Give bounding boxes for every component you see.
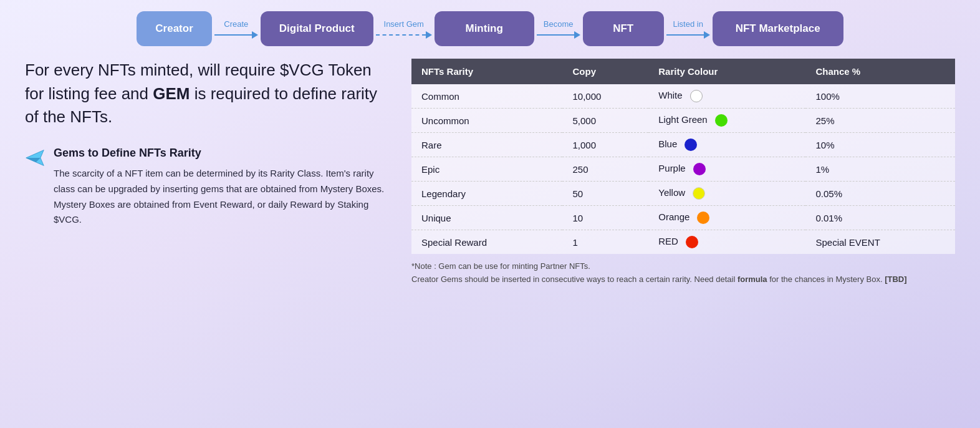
cell-copy: 250 bbox=[562, 157, 648, 182]
gems-content: Gems to Define NFTs Rarity The scarcity … bbox=[54, 147, 387, 228]
gem-icon bbox=[25, 148, 45, 168]
gems-section: Gems to Define NFTs Rarity The scarcity … bbox=[25, 147, 387, 228]
cell-rarity: Special Reward bbox=[411, 230, 562, 255]
col-header-nfts-rarity: NFTs Rarity bbox=[411, 59, 562, 84]
flow-node-nft: NFT bbox=[583, 11, 664, 46]
flow-line-create bbox=[214, 31, 258, 39]
flow-line-listed-in bbox=[666, 31, 710, 39]
cell-color: White bbox=[648, 84, 805, 109]
cell-rarity: Uncommon bbox=[411, 109, 562, 133]
note-line2: Creator Gems should be inserted in conse… bbox=[411, 273, 955, 286]
cell-chance: 100% bbox=[805, 84, 955, 109]
flow-node-digital-product: Digital Product bbox=[261, 11, 373, 46]
table-header-row: NFTs Rarity Copy Rarity Colour Chance % bbox=[411, 59, 955, 84]
color-dot bbox=[697, 212, 709, 224]
cell-chance: 0.01% bbox=[805, 206, 955, 230]
col-header-rarity-colour: Rarity Colour bbox=[648, 59, 805, 84]
color-dot bbox=[690, 90, 703, 102]
cell-copy: 1 bbox=[562, 230, 648, 255]
col-header-copy: Copy bbox=[562, 59, 648, 84]
color-dot bbox=[685, 139, 697, 151]
cell-copy: 5,000 bbox=[562, 109, 648, 133]
cell-chance: Special EVENT bbox=[805, 230, 955, 255]
gems-heading: Gems to Define NFTs Rarity bbox=[54, 147, 387, 160]
col-header-chance: Chance % bbox=[805, 59, 955, 84]
cell-copy: 50 bbox=[562, 182, 648, 206]
cell-color: Blue bbox=[648, 133, 805, 157]
flow-arrow-create: Create bbox=[214, 19, 258, 39]
cell-rarity: Unique bbox=[411, 206, 562, 230]
cell-copy: 1,000 bbox=[562, 133, 648, 157]
color-dot bbox=[693, 163, 706, 175]
flow-line-insert-gem bbox=[376, 31, 432, 39]
cell-chance: 0.05% bbox=[805, 182, 955, 206]
table-row: Legendary 50 Yellow 0.05% bbox=[411, 182, 955, 206]
cell-copy: 10 bbox=[562, 206, 648, 230]
cell-rarity: Epic bbox=[411, 157, 562, 182]
rarity-table: NFTs Rarity Copy Rarity Colour Chance % … bbox=[411, 59, 955, 254]
intro-paragraph: For every NFTs minted, will require $VCG… bbox=[25, 59, 387, 129]
color-dot bbox=[686, 236, 698, 248]
main-content: For every NFTs minted, will require $VCG… bbox=[0, 52, 980, 299]
cell-color: Yellow bbox=[648, 182, 805, 206]
table-row: Common 10,000 White 100% bbox=[411, 84, 955, 109]
cell-chance: 25% bbox=[805, 109, 955, 133]
cell-copy: 10,000 bbox=[562, 84, 648, 109]
table-note: *Note : Gem can be use for minting Partn… bbox=[411, 260, 955, 286]
cell-rarity: Rare bbox=[411, 133, 562, 157]
right-panel: NFTs Rarity Copy Rarity Colour Chance % … bbox=[411, 59, 955, 286]
intro-bold-gem: GEM bbox=[153, 84, 190, 103]
flow-label-insert-gem: Insert Gem bbox=[384, 19, 424, 29]
flow-node-creator: Creator bbox=[137, 11, 211, 46]
cell-color: Purple bbox=[648, 157, 805, 182]
note-tbd: [TBD] bbox=[885, 275, 906, 284]
cell-chance: 10% bbox=[805, 133, 955, 157]
flow-arrow-listed-in: Listed in bbox=[666, 19, 710, 39]
flow-node-nft-marketplace: NFT Marketplace bbox=[713, 11, 843, 46]
note-bold-formula: formula bbox=[737, 275, 767, 284]
flow-label-become: Become bbox=[544, 19, 574, 29]
flow-label-create: Create bbox=[224, 19, 248, 29]
color-dot bbox=[693, 187, 705, 200]
cell-color: Light Green bbox=[648, 109, 805, 133]
table-row: Uncommon 5,000 Light Green 25% bbox=[411, 109, 955, 133]
note-line1: *Note : Gem can be use for minting Partn… bbox=[411, 260, 955, 273]
flow-node-minting: Minting bbox=[435, 11, 534, 46]
cell-rarity: Legendary bbox=[411, 182, 562, 206]
color-dot bbox=[715, 114, 728, 127]
cell-rarity: Common bbox=[411, 84, 562, 109]
table-row: Epic 250 Purple 1% bbox=[411, 157, 955, 182]
gems-body: The scarcity of a NFT item can be determ… bbox=[54, 166, 387, 228]
flow-diagram: Creator Create Digital Product Insert Ge… bbox=[0, 0, 980, 52]
cell-color: RED bbox=[648, 230, 805, 255]
table-row: Rare 1,000 Blue 10% bbox=[411, 133, 955, 157]
flow-arrow-become: Become bbox=[537, 19, 580, 39]
table-row: Special Reward 1 RED Special EVENT bbox=[411, 230, 955, 255]
flow-arrow-insert-gem: Insert Gem bbox=[376, 19, 432, 39]
flow-label-listed-in: Listed in bbox=[673, 19, 703, 29]
cell-color: Orange bbox=[648, 206, 805, 230]
flow-line-become bbox=[537, 31, 580, 39]
left-panel: For every NFTs minted, will require $VCG… bbox=[25, 59, 387, 286]
cell-chance: 1% bbox=[805, 157, 955, 182]
table-row: Unique 10 Orange 0.01% bbox=[411, 206, 955, 230]
